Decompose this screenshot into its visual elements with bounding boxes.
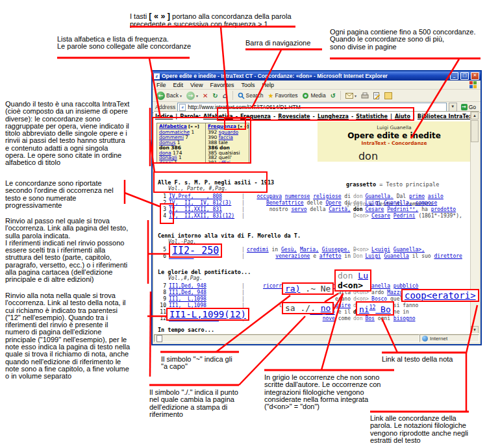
address-input[interactable]: http://www.intratext.com/IXT/ITA0614/D1.… [177,103,446,112]
callout-link-text[interactable]: 12 [369,305,376,310]
nav-link-aiuto[interactable]: Aiuto [395,114,410,119]
toolbar-button-discuss[interactable] [383,92,393,99]
toolbar-button-print[interactable] [360,92,370,99]
concordance-word-link[interactable]: Gesù, [281,247,297,253]
prev-next-keys[interactable]: [« »] [187,124,199,129]
frequency-word-list: Frequenza [« »]392 sguardo390 faccia388 … [206,123,249,163]
concordance-word-link[interactable]: Giuseppe. [322,247,350,253]
toolbar-button-back[interactable]: ←Back▾ [155,92,183,100]
concordance-word-link[interactable]: servo [291,206,306,212]
callout-word-link[interactable]: coop<eratori> [401,289,479,302]
concordance-word-link[interactable]: Carità, [329,206,351,212]
concordance-word-link[interactable]: affetto [319,253,342,259]
callout-page-reference[interactable]: II2- 250 [169,243,222,258]
concordance-word-link[interactable]: prodotto [431,206,456,212]
word-list-header-link[interactable]: Alfabetica [159,123,187,129]
menu-tools[interactable]: Tools [241,82,255,88]
concordance-word-link[interactable]: direttore [434,253,462,259]
concordance-word-link[interactable]: asilo [428,193,443,199]
callout-link-text[interactable]: ra) [285,284,300,293]
concordance-word-link[interactable]: Luigi [365,200,381,206]
minimize-button[interactable] [450,72,458,80]
callout-link-text[interactable]: no [321,303,331,313]
word-link[interactable]: donai [159,160,173,163]
toolbar-button-favorites[interactable]: ★Favorites [267,92,299,99]
go-button[interactable]: Go [459,104,478,110]
row-reference-link[interactable]: II1, L,1098 [169,296,242,303]
concordance-word-link[interactable]: nove [323,316,335,321]
concordance-word-link[interactable]: Cesare [371,213,390,219]
menu-favorites[interactable]: Favorites [210,82,234,88]
nav-link-biblioteca-intratext[interactable]: Biblioteca IntraText [418,114,475,119]
row-reference-link[interactable]: IV, II,XXII, 831 [169,206,242,213]
concordance-word-link[interactable]: Guanella. [365,193,393,199]
row-reference-link[interactable]: IV, II, IV, 812(3) [169,200,242,206]
concordance-word-link[interactable]: pubblicò [393,283,419,289]
callout-note-reference[interactable]: II1-L,1099(12) [166,308,249,321]
close-button[interactable] [471,72,479,80]
concordance-word: il [344,309,351,315]
concordance-word-link[interactable]: Pedrini³², [387,206,418,212]
scroll-up-icon[interactable] [471,112,479,119]
toolbar-button-home[interactable]: ⌂ [221,92,229,99]
concordance-word-link[interactable]: Guanella, [384,200,412,206]
toolbar-button-refresh[interactable]: ↻ [211,92,219,99]
nav-link-indice[interactable]: Indice [155,114,173,119]
window-titlebar[interactable]: Opere edite e inedite - IntraText CT - C… [153,71,481,81]
concordance-word-link[interactable]: bisogno [393,316,416,321]
callout-note-link[interactable]: ni12 Bo [356,301,394,316]
maximize-button[interactable] [460,72,469,80]
toolbar-button-media[interactable]: Media [301,92,327,99]
scrollbar-thumb[interactable] [471,120,479,142]
concordance-word: fanno [403,303,418,308]
toolbar-button-mail[interactable]: ▾ [344,93,358,99]
prev-next-keys[interactable]: [« »] [236,124,249,129]
concordance-word-link[interactable]: compose [416,200,438,206]
concordance-word-link[interactable]: Pedrini [393,213,416,219]
concordance-word-link[interactable]: Opere [325,200,341,206]
callout-link-text[interactable]: II2- 250 [172,245,219,256]
nav-link-rovesciate[interactable]: Rovesciate [278,114,310,119]
annotation-text: portano alla concordanza della parola [170,12,292,20]
menu-view[interactable]: View [190,82,203,88]
toolbar-button-history[interactable]: ↺ [329,92,337,99]
toolbar-button-edit[interactable] [372,92,381,99]
row-reference-link[interactable]: II1,Ded, 948 [169,290,242,296]
callout-link-text[interactable]: Lu [358,271,368,280]
toolbar-button-stop[interactable]: ✕ [201,92,209,99]
row-reference-link[interactable]: IV,Pref, , 808 [169,193,242,200]
concordance-word-link[interactable]: Guanella [384,253,409,259]
concordance-word-link[interactable]: Cesare [365,206,384,212]
concordance-row: 2IV, II, IV, 812(3)|Benefattrice delle O… [158,200,469,206]
callout-link-text[interactable]: coop<eratori> [405,290,476,301]
word-list-header-link[interactable]: Frequenza [208,123,236,129]
nav-link-lunghezza[interactable]: Lunghezza [318,114,349,119]
concordance-word-link[interactable]: credimi [247,247,269,253]
concordance-word-link[interactable]: primo [409,193,425,199]
concordance-word-link[interactable]: L<uigi [371,247,390,253]
concordance-word-link[interactable]: Benefattrice [266,200,304,206]
concordance-word-link[interactable]: religiose [313,193,341,199]
menu-edit[interactable]: Edit [173,82,184,88]
concordance-word-link[interactable]: numerose [285,193,310,199]
concordance-word-link[interactable]: Bos [365,316,374,321]
menu-file[interactable]: File [156,82,166,88]
concordance-word-link[interactable]: occupava [256,193,282,199]
concordance-word-link[interactable]: Maria, [300,247,319,253]
callout-link-text[interactable]: Bo [375,305,390,314]
nav-link-statistiche[interactable]: Statistiche [356,114,388,119]
nav-link-frequenza[interactable]: Frequenza [240,114,271,119]
address-dropdown-icon[interactable] [449,103,457,112]
row-reference-link[interactable]: IV, II,XXII, 831(12) [169,213,242,219]
callout-link-text[interactable]: II1-L,1099(12) [169,309,246,319]
row-reference-link[interactable]: II1,Ded, 948 [169,283,242,290]
concordance-word-link[interactable]: Luigi [365,253,381,259]
nav-link-alfabetica[interactable]: Alfabetica [203,114,233,119]
toolbar-button-search[interactable]: Search [236,92,265,99]
callout-link-text[interactable]: ni [359,305,369,314]
toolbar-button-forward[interactable]: →▾ [185,92,199,100]
menu-help[interactable]: Help [262,82,274,88]
concordance-word-link[interactable]: venerazione [275,253,310,259]
word-link[interactable]: uffici [219,160,231,163]
concordance-word-link[interactable]: Guanella>, [393,247,425,253]
